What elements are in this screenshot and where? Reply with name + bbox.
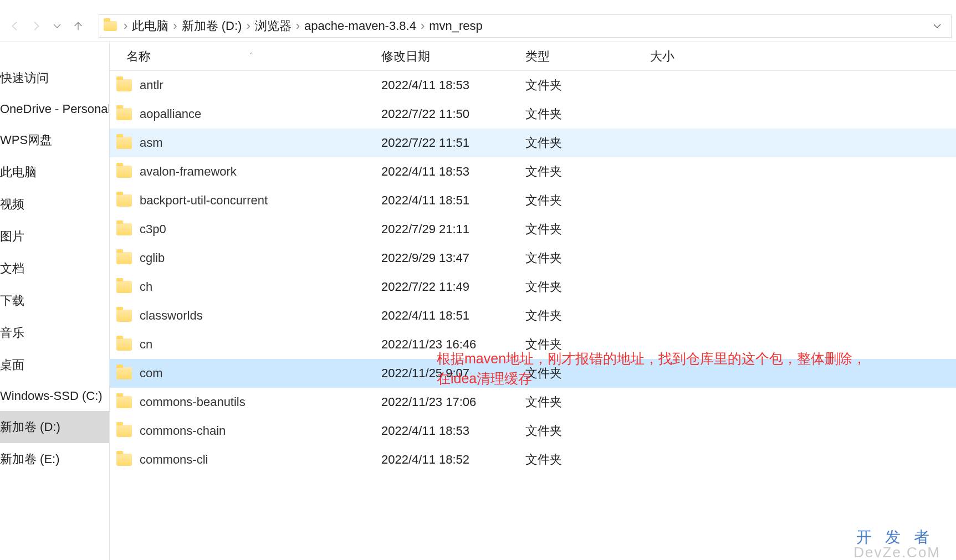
content-pane: 名称 ˄ 修改日期 类型 大小 antlr2022/4/11 18:53文件夹a… [110, 42, 956, 560]
table-row[interactable]: classworlds2022/4/11 18:51文件夹 [110, 301, 956, 330]
cell-date: 2022/4/11 18:52 [381, 453, 525, 467]
folder-icon [116, 425, 132, 437]
sidebar-item[interactable]: 文档 [0, 253, 109, 285]
nav-recent-dropdown[interactable] [47, 16, 68, 37]
sidebar-item[interactable]: Windows-SSD (C:) [0, 381, 109, 411]
cell-date: 2022/11/25 9:07 [381, 366, 525, 381]
sidebar-item[interactable]: 桌面 [0, 349, 109, 381]
sidebar-item[interactable]: 图片 [0, 220, 109, 253]
cell-date: 2022/7/29 21:11 [381, 222, 525, 237]
sort-indicator-icon: ˄ [249, 52, 253, 60]
sidebar-item[interactable]: WPS网盘 [0, 124, 109, 156]
cell-date: 2022/4/11 18:53 [381, 424, 525, 438]
sidebar-item[interactable]: 视频 [0, 188, 109, 220]
table-row[interactable]: backport-util-concurrent2022/4/11 18:51文… [110, 186, 956, 215]
cell-name: asm [110, 136, 381, 150]
cell-name: c3p0 [110, 222, 381, 237]
table-row[interactable]: antlr2022/4/11 18:53文件夹 [110, 71, 956, 100]
table-row[interactable]: c3p02022/7/29 21:11文件夹 [110, 215, 956, 244]
folder-icon [116, 396, 132, 408]
breadcrumb-segment[interactable]: 此电脑 [129, 18, 172, 34]
chevron-right-icon[interactable]: › [122, 19, 129, 33]
nav-forward-button[interactable] [25, 16, 47, 37]
cell-name: classworlds [110, 309, 381, 323]
file-name: classworlds [140, 309, 203, 323]
cell-date: 2022/4/11 18:51 [381, 193, 525, 208]
file-name: cn [140, 337, 152, 352]
file-list: antlr2022/4/11 18:53文件夹aopalliance2022/7… [110, 71, 956, 474]
breadcrumb-segment[interactable]: 新加卷 (D:) [178, 18, 246, 34]
folder-icon [116, 367, 132, 379]
chevron-right-icon[interactable]: › [295, 19, 301, 33]
sidebar-item[interactable]: 音乐 [0, 317, 109, 349]
breadcrumb-segment[interactable]: apache-maven-3.8.4 [301, 19, 420, 33]
folder-icon [116, 223, 132, 235]
folder-icon [116, 252, 132, 264]
cell-date: 2022/7/22 11:49 [381, 280, 525, 294]
sidebar-item[interactable]: 新加卷 (E:) [0, 443, 109, 475]
address-expand-button[interactable] [928, 21, 947, 31]
table-row[interactable]: commons-cli2022/4/11 18:52文件夹 [110, 445, 956, 474]
cell-type: 文件夹 [525, 307, 650, 324]
chevron-right-icon[interactable]: › [172, 19, 178, 33]
column-header-date[interactable]: 修改日期 [381, 48, 525, 65]
file-name: commons-cli [140, 453, 208, 467]
column-header-size[interactable]: 大小 [650, 48, 733, 65]
nav-up-button[interactable] [68, 16, 89, 37]
chevron-right-icon[interactable]: › [420, 19, 426, 33]
cell-name: commons-cli [110, 453, 381, 467]
column-header-name[interactable]: 名称 ˄ [110, 48, 381, 65]
column-header-row: 名称 ˄ 修改日期 类型 大小 [110, 42, 956, 71]
sidebar-item[interactable]: OneDrive - Personal [0, 94, 109, 124]
folder-icon [116, 454, 132, 466]
table-row[interactable]: cglib2022/9/29 13:47文件夹 [110, 244, 956, 273]
cell-name: commons-chain [110, 424, 381, 438]
file-name: com [140, 366, 163, 381]
file-name: commons-chain [140, 424, 226, 438]
breadcrumb-segment[interactable]: 浏览器 [252, 18, 295, 34]
cell-name: backport-util-concurrent [110, 193, 381, 208]
cell-date: 2022/9/29 13:47 [381, 251, 525, 265]
cell-type: 文件夹 [525, 279, 650, 295]
table-row[interactable]: com2022/11/25 9:07文件夹 [110, 359, 956, 388]
table-row[interactable]: ch2022/7/22 11:49文件夹 [110, 273, 956, 301]
file-name: aopalliance [140, 107, 201, 121]
cell-name: cn [110, 337, 381, 352]
folder-icon [116, 338, 132, 351]
file-name: ch [140, 280, 152, 294]
cell-type: 文件夹 [525, 221, 650, 238]
file-name: commons-beanutils [140, 395, 246, 409]
cell-name: antlr [110, 78, 381, 93]
breadcrumb-segment[interactable]: mvn_resp [426, 19, 486, 33]
cell-date: 2022/11/23 17:06 [381, 395, 525, 409]
sidebar-item[interactable]: 新加卷 (D:) [0, 411, 109, 443]
cell-type: 文件夹 [525, 365, 650, 382]
cell-date: 2022/7/22 11:51 [381, 136, 525, 150]
chevron-right-icon[interactable]: › [245, 19, 251, 33]
cell-name: ch [110, 280, 381, 294]
cell-type: 文件夹 [525, 250, 650, 266]
table-row[interactable]: asm2022/7/22 11:51文件夹 [110, 129, 956, 157]
cell-date: 2022/11/23 16:46 [381, 337, 525, 352]
address-bar[interactable]: › 此电脑 › 新加卷 (D:) › 浏览器 › apache-maven-3.… [99, 14, 952, 38]
main-area: 快速访问OneDrive - PersonalWPS网盘此电脑视频图片文档下载音… [0, 42, 956, 560]
sidebar-item[interactable]: 此电脑 [0, 156, 109, 188]
table-row[interactable]: avalon-framework2022/4/11 18:53文件夹 [110, 157, 956, 186]
file-name: backport-util-concurrent [140, 193, 268, 208]
table-row[interactable]: aopalliance2022/7/22 11:50文件夹 [110, 100, 956, 129]
table-row[interactable]: commons-chain2022/4/11 18:53文件夹 [110, 417, 956, 445]
nav-back-button[interactable] [4, 16, 25, 37]
folder-icon [116, 137, 132, 149]
cell-type: 文件夹 [525, 135, 650, 151]
file-name: c3p0 [140, 222, 166, 237]
column-header-type[interactable]: 类型 [525, 48, 650, 65]
sidebar-item[interactable]: 快速访问 [0, 62, 109, 94]
cell-type: 文件夹 [525, 77, 650, 94]
cell-date: 2022/4/11 18:53 [381, 78, 525, 93]
folder-icon [116, 281, 132, 293]
table-row[interactable]: commons-beanutils2022/11/23 17:06文件夹 [110, 388, 956, 417]
sidebar-item[interactable]: 下载 [0, 285, 109, 317]
cell-type: 文件夹 [525, 394, 650, 410]
cell-type: 文件夹 [525, 163, 650, 180]
table-row[interactable]: cn2022/11/23 16:46文件夹 [110, 330, 956, 359]
